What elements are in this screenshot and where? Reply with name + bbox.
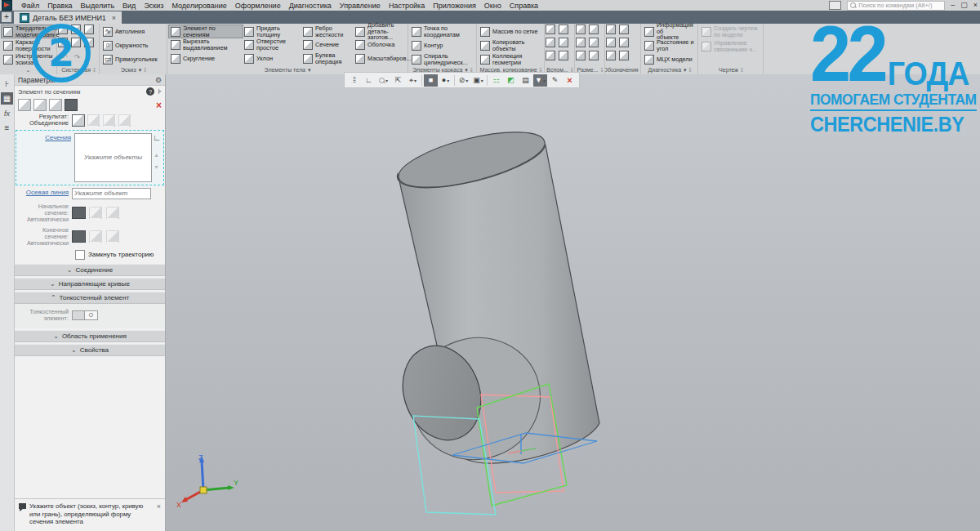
feature-type-1-icon[interactable] <box>18 99 31 111</box>
feature-type-4-icon[interactable] <box>65 99 78 111</box>
menu-view[interactable]: Вид <box>118 2 140 10</box>
aux-curve-icon[interactable] <box>559 51 568 60</box>
menu-settings[interactable]: Настройка <box>385 2 429 10</box>
move-up-icon[interactable]: ▲ <box>154 152 159 158</box>
group-connection[interactable]: ⌄ Соединение <box>15 264 165 276</box>
viewport-3d[interactable]: ⁞⁞ ∟ ▾ ⇱ ⌖▾ ■ ●▾ ⊘▾ ▣▾ ⚏ ◩ ▤ ▼▾ ✎ × <box>166 74 980 531</box>
move-down-icon[interactable]: ▼ <box>154 164 159 170</box>
section-grip[interactable]: ⁞⁞ <box>93 67 95 73</box>
restore-button[interactable]: ▢ <box>960 0 968 11</box>
dropdown-icon[interactable]: ▾ <box>139 67 142 74</box>
section-grip[interactable]: ⁞⁞ <box>601 67 603 73</box>
sketch-plane-icon[interactable]: ∟ <box>362 74 376 87</box>
dim-radial-icon[interactable] <box>576 38 586 47</box>
dim-diameter-icon[interactable] <box>589 38 599 47</box>
orientation-icon[interactable]: ⇱ <box>391 74 405 87</box>
zoom-menu-button[interactable]: ▾ <box>376 74 390 87</box>
end-tangent-icon[interactable] <box>106 230 120 243</box>
simple-hole-button[interactable]: Отверстие простое <box>243 39 301 51</box>
snap-toggle-icon[interactable]: ⚏ <box>489 74 503 87</box>
tree-panel-icon[interactable]: ⊦ <box>1 78 13 90</box>
dropdown-icon[interactable]: ▾ <box>684 67 687 74</box>
sections-list[interactable]: Укажите объекты <box>74 133 152 182</box>
result-intersect-icon[interactable] <box>118 114 131 127</box>
menu-select[interactable]: Выделить <box>77 2 119 10</box>
cut-extrude-button[interactable]: Вырезать выдавливанием <box>169 39 243 51</box>
hint-close-icon[interactable]: × <box>157 502 161 526</box>
abort-icon[interactable]: × <box>563 74 577 87</box>
undo-icon[interactable]: ↶ <box>58 51 70 63</box>
menu-sketch[interactable]: Эскиз <box>140 2 167 10</box>
circle-button[interactable]: ○ Окружность <box>101 39 165 51</box>
thicken-button[interactable]: Придать толщину <box>243 25 301 38</box>
command-search[interactable]: Поиск по командам (Alt+/) <box>847 1 945 11</box>
menu-panel-icon[interactable]: ≡ <box>1 122 13 134</box>
section-grip[interactable]: ⁞⁞ <box>144 67 145 73</box>
rib-button[interactable]: Ребро жесткости <box>301 25 354 38</box>
preview-icon[interactable] <box>71 38 81 47</box>
close-trajectory-checkbox[interactable] <box>75 250 85 260</box>
filters-menu-button[interactable]: ▼▾ <box>533 74 547 87</box>
group-guide-curves[interactable]: ⌄ Направляющие кривые <box>15 278 165 290</box>
add-stock-part-button[interactable]: Добавить деталь-заготов... <box>354 25 405 38</box>
loft-element-button[interactable]: Элемент по сечениям <box>169 25 243 38</box>
distance-angle-button[interactable]: Расстояние и угол <box>643 39 696 51</box>
cancel-operation-icon[interactable]: × <box>156 100 162 110</box>
menu-edit[interactable]: Правка <box>43 2 76 10</box>
mode-wireframe-surfaces-button[interactable]: Каркас и поверхности <box>2 39 55 51</box>
chevron-down-icon[interactable]: ⌄ <box>26 67 31 74</box>
display-mode-menu-button[interactable]: ●▾ <box>439 74 452 87</box>
save-as-icon[interactable] <box>84 38 94 47</box>
start-normal-icon[interactable] <box>89 207 103 219</box>
gear-icon[interactable]: ⚙ <box>155 76 162 84</box>
group-application-area[interactable]: ⌄ Область применения <box>15 330 165 342</box>
result-subtract-icon[interactable] <box>103 114 116 127</box>
grid-array-button[interactable]: Массив по сетке <box>479 25 542 38</box>
notation-tolerance-icon[interactable] <box>606 38 616 47</box>
hide-objects-menu-button[interactable]: ⊘▾ <box>457 74 470 87</box>
feature-type-3-icon[interactable] <box>49 99 62 111</box>
draft-button[interactable]: Уклон <box>243 52 301 65</box>
mass-properties-button[interactable]: МЦХ модели <box>643 53 696 65</box>
dim-leader-icon[interactable] <box>576 51 586 60</box>
scale-button[interactable]: Масштабиров... <box>354 52 405 65</box>
start-auto-icon[interactable] <box>72 207 86 219</box>
menu-help[interactable]: Справка <box>506 2 542 10</box>
fillet-button[interactable]: Скругление <box>169 52 243 65</box>
dim-angular-icon[interactable] <box>589 25 599 34</box>
point-by-coords-button[interactable]: Точка по координатам <box>410 25 474 38</box>
new-document-icon[interactable] <box>58 25 68 34</box>
dim-linear-icon[interactable] <box>576 25 586 34</box>
end-auto-icon[interactable] <box>72 230 86 243</box>
layers-icon[interactable]: ▤ <box>519 74 532 87</box>
shell-button[interactable]: Оболочка <box>354 39 405 51</box>
shading-mode-button[interactable]: ■ <box>424 74 438 87</box>
interface-layout-icon[interactable] <box>829 1 841 10</box>
clip-view-menu-button[interactable]: ▣▾ <box>471 74 485 87</box>
axes-menu-button[interactable]: ⌖▾ <box>406 74 420 87</box>
rectangle-button[interactable]: ▭ Прямоугольник <box>101 53 165 65</box>
menu-layout[interactable]: Оформление <box>231 2 285 10</box>
contour-button[interactable]: Контур <box>410 39 474 51</box>
group-thin-wall[interactable]: ⌃ Тонкостенный элемент <box>15 292 165 304</box>
menu-apps[interactable]: Приложения <box>429 2 480 10</box>
help-icon[interactable]: ? <box>146 87 154 96</box>
mode-sketch-tools-button[interactable]: Инструменты эскиза <box>2 53 55 65</box>
section-button[interactable]: Сечение <box>301 39 354 51</box>
aux-plane-icon[interactable] <box>546 25 555 34</box>
autoline-button[interactable]: ∿ Автолиния <box>101 25 165 38</box>
mode-solid-modeling-button[interactable]: Твердотельное моделирование <box>2 25 55 38</box>
thin-wall-toggle[interactable]: O <box>72 310 98 320</box>
minimize-button[interactable]: – <box>951 0 955 11</box>
tab-detail[interactable]: Деталь БЕЗ ИМЕНИ1 × <box>14 11 122 24</box>
variables-panel-icon[interactable]: fx <box>1 107 13 119</box>
notation-mark-icon[interactable] <box>619 38 629 47</box>
helix-button[interactable]: Спираль цилиндрическ... <box>410 53 474 65</box>
result-union-icon[interactable] <box>72 114 85 127</box>
notation-thread-icon[interactable] <box>606 51 616 60</box>
new-document-tab-button[interactable]: + <box>2 12 11 22</box>
end-normal-icon[interactable] <box>89 230 103 243</box>
manage-linked-button[interactable]: Управление связанными ч... <box>700 40 761 52</box>
dropdown-icon[interactable]: ▾ <box>308 67 311 74</box>
save-icon[interactable] <box>84 25 94 34</box>
